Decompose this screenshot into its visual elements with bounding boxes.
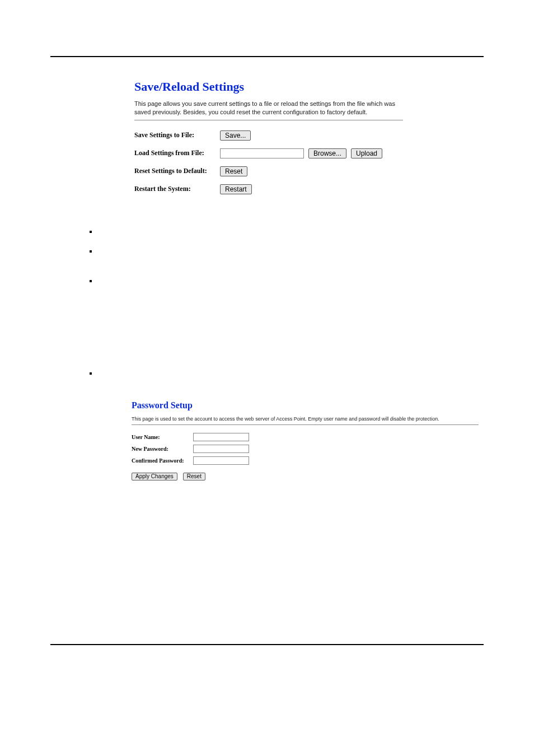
separator: [132, 424, 479, 425]
label-new-password: New Password:: [132, 446, 188, 452]
bullet-icon: [90, 280, 92, 282]
separator: [134, 120, 403, 120]
label-reset-settings: Reset Settings to Default:: [134, 167, 216, 175]
upload-button[interactable]: Upload: [351, 148, 382, 158]
bullet-icon: [90, 372, 92, 375]
password-setup-title: Password Setup: [132, 400, 479, 410]
save-reload-title: Save/Reload Settings: [134, 80, 403, 94]
restart-button[interactable]: Restart: [220, 184, 252, 194]
label-load-settings: Load Settings from File:: [134, 149, 216, 157]
row-username: User Name:: [132, 433, 479, 441]
browse-button[interactable]: Browse...: [308, 148, 346, 158]
row-restart-system: Restart the System: Restart: [134, 184, 403, 194]
confirm-password-input[interactable]: [193, 456, 249, 465]
new-password-input[interactable]: [193, 445, 249, 453]
password-setup-panel: Password Setup This page is used to set …: [132, 400, 479, 481]
document-page: Save/Reload Settings This page allows yo…: [0, 0, 534, 756]
bullet-icon: [90, 231, 92, 233]
password-button-row: Apply Changes Reset: [132, 473, 479, 480]
page-top-rule: [50, 56, 484, 57]
reset-button[interactable]: Reset: [220, 166, 247, 176]
save-reload-panel: Save/Reload Settings This page allows yo…: [134, 80, 403, 194]
username-input[interactable]: [193, 433, 249, 441]
list-item: .: [90, 248, 484, 256]
list-item: .: [90, 228, 484, 236]
bullet-icon: [90, 250, 92, 253]
list-item: .: [90, 277, 484, 286]
label-username: User Name:: [132, 434, 188, 440]
save-reload-description: This page allows you save current settin…: [134, 100, 403, 116]
row-new-password: New Password:: [132, 445, 479, 453]
page-bottom-rule: [50, 644, 484, 645]
label-confirm-password: Confirmed Password:: [132, 458, 188, 464]
list-item: .: [90, 370, 484, 378]
password-reset-button[interactable]: Reset: [183, 473, 205, 480]
row-save-settings: Save Settings to File: Save...: [134, 130, 403, 141]
password-setup-description: This page is used to set the account to …: [132, 416, 479, 423]
file-path-input[interactable]: [220, 148, 304, 158]
row-reset-settings: Reset Settings to Default: Reset: [134, 166, 403, 176]
apply-changes-button[interactable]: Apply Changes: [132, 473, 177, 480]
save-button[interactable]: Save...: [220, 130, 251, 141]
row-confirm-password: Confirmed Password:: [132, 456, 479, 465]
label-restart-system: Restart the System:: [134, 185, 216, 193]
label-save-settings: Save Settings to File:: [134, 131, 216, 139]
bullet-list: . . . .: [90, 228, 484, 378]
row-load-settings: Load Settings from File: Browse... Uploa…: [134, 148, 403, 158]
